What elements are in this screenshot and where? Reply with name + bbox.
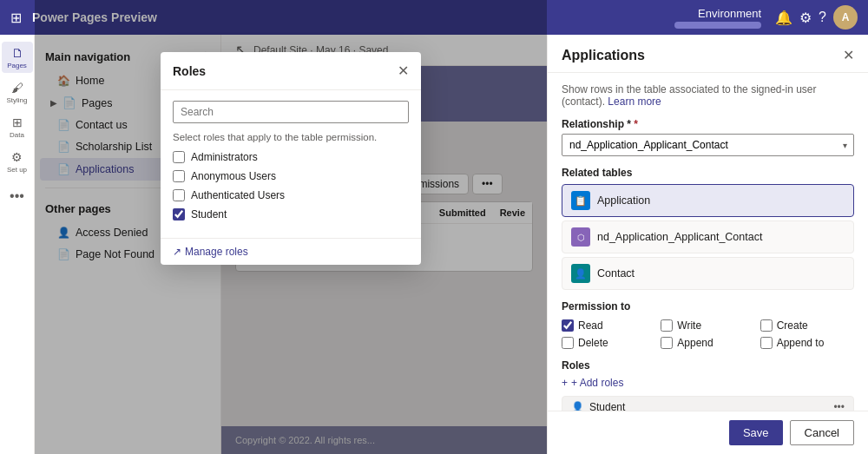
panel-body: Show rows in the table associated to the… bbox=[548, 73, 868, 411]
permission-section: Permission to Read Write Create bbox=[562, 300, 854, 349]
styling-label: Styling bbox=[6, 96, 27, 104]
related-table-contact[interactable]: 👤 Contact bbox=[562, 257, 854, 290]
pages-label: Pages bbox=[7, 62, 27, 69]
sidebar-item-more[interactable]: ••• bbox=[2, 181, 33, 212]
data-label: Data bbox=[10, 131, 24, 139]
perm-create[interactable]: Create bbox=[760, 319, 854, 332]
application-table-label: Application bbox=[597, 194, 650, 207]
add-roles-label: + Add roles bbox=[571, 377, 623, 389]
environment-label: Environment bbox=[698, 7, 761, 20]
perm-delete[interactable]: Delete bbox=[562, 337, 655, 349]
application-table-icon: 📋 bbox=[571, 191, 590, 210]
role-chip-left: 👤 Student bbox=[571, 401, 625, 411]
add-roles-button[interactable]: + + Add roles bbox=[562, 377, 623, 389]
manage-roles-icon: ↗ bbox=[173, 246, 181, 258]
modal-description: Select roles that apply to the table per… bbox=[173, 132, 409, 142]
panel-title: Applications bbox=[562, 48, 645, 63]
contact-table-icon: 👤 bbox=[571, 264, 590, 283]
modal-body: Select roles that apply to the table per… bbox=[161, 90, 421, 238]
avatar[interactable]: A bbox=[833, 5, 858, 30]
add-icon: + bbox=[562, 377, 568, 389]
role-option-authenticated[interactable]: Authenticated Users bbox=[173, 189, 409, 201]
manage-roles-label: Manage roles bbox=[185, 246, 248, 258]
anonymous-checkbox[interactable] bbox=[173, 170, 185, 182]
environment-bar bbox=[674, 22, 761, 29]
right-panel: Applications ✕ Show rows in the table as… bbox=[547, 35, 868, 454]
role-chip-more-icon[interactable]: ••• bbox=[833, 401, 845, 411]
sidebar-item-setup[interactable]: ⚙ Set up bbox=[2, 146, 33, 177]
nd-app-table-label: nd_Application_Applicant_Contact bbox=[597, 231, 762, 243]
perm-read-label: Read bbox=[578, 319, 603, 332]
perm-append-to-label: Append to bbox=[777, 337, 825, 349]
perm-append[interactable]: Append bbox=[661, 337, 754, 349]
modal-footer: ↗ Manage roles bbox=[161, 238, 421, 265]
related-tables-label: Related tables bbox=[562, 167, 854, 179]
contact-table-label: Contact bbox=[597, 267, 635, 280]
bell-icon[interactable]: 🔔 bbox=[775, 10, 792, 26]
nd-app-table-icon: ⬡ bbox=[571, 227, 590, 247]
anonymous-label: Anonymous Users bbox=[191, 170, 276, 182]
learn-more-link[interactable]: Learn more bbox=[608, 95, 661, 108]
perm-append-to[interactable]: Append to bbox=[760, 337, 854, 349]
student-option-label: Student bbox=[191, 208, 227, 220]
setup-icon: ⚙ bbox=[11, 150, 23, 164]
perm-read[interactable]: Read bbox=[562, 319, 655, 332]
sidebar-item-styling[interactable]: 🖌 Styling bbox=[2, 76, 33, 108]
role-option-anonymous[interactable]: Anonymous Users bbox=[173, 170, 409, 182]
manage-roles-link[interactable]: ↗ Manage roles bbox=[173, 246, 409, 258]
sidebar-item-data[interactable]: ⊞ Data bbox=[2, 111, 33, 142]
roles-modal: Roles ✕ Select roles that apply to the t… bbox=[161, 52, 421, 265]
save-button[interactable]: Save bbox=[729, 420, 783, 445]
gear-icon[interactable]: ⚙ bbox=[799, 10, 812, 26]
pages-icon: 🗋 bbox=[11, 46, 23, 60]
student-role-icon: 👤 bbox=[571, 401, 584, 411]
student-checkbox[interactable] bbox=[173, 208, 185, 220]
authenticated-label: Authenticated Users bbox=[191, 189, 285, 201]
related-table-application[interactable]: 📋 Application bbox=[562, 184, 854, 217]
grid-icon: ⊞ bbox=[10, 10, 22, 26]
permissions-grid: Read Write Create Delete bbox=[562, 319, 854, 349]
authenticated-checkbox[interactable] bbox=[173, 189, 185, 201]
perm-append-label: Append bbox=[677, 337, 713, 349]
help-icon[interactable]: ? bbox=[819, 10, 826, 25]
perm-write-label: Write bbox=[677, 319, 701, 332]
perm-append-checkbox[interactable] bbox=[661, 337, 673, 349]
relationship-label: Relationship * bbox=[562, 118, 854, 130]
modal-header: Roles ✕ bbox=[161, 52, 421, 90]
related-table-nd-app[interactable]: ⬡ nd_Application_Applicant_Contact bbox=[562, 220, 854, 253]
panel-header: Applications ✕ bbox=[548, 35, 868, 73]
perm-create-label: Create bbox=[777, 319, 808, 332]
perm-create-checkbox[interactable] bbox=[760, 319, 773, 332]
roles-modal-overlay: Roles ✕ Select roles that apply to the t… bbox=[35, 0, 547, 454]
styling-icon: 🖌 bbox=[11, 81, 23, 95]
roles-title: Roles bbox=[562, 359, 854, 372]
roles-search-input[interactable] bbox=[173, 101, 409, 123]
environment-info: Environment bbox=[674, 7, 761, 29]
student-role-label: Student bbox=[589, 401, 625, 411]
setup-label: Set up bbox=[7, 166, 27, 174]
perm-delete-checkbox[interactable] bbox=[562, 337, 574, 349]
data-icon: ⊞ bbox=[12, 115, 23, 129]
roles-section: Roles + + Add roles 👤 Student ••• bbox=[562, 359, 854, 411]
modal-close-button[interactable]: ✕ bbox=[398, 63, 409, 79]
perm-delete-label: Delete bbox=[578, 337, 608, 349]
perm-append-to-checkbox[interactable] bbox=[760, 337, 773, 349]
modal-title: Roles bbox=[173, 64, 206, 78]
icon-bar: 🗋 Pages 🖌 Styling ⊞ Data ⚙ Set up ••• bbox=[0, 35, 35, 454]
role-student-chip: 👤 Student ••• bbox=[562, 396, 854, 411]
sidebar-item-pages[interactable]: 🗋 Pages bbox=[2, 42, 33, 73]
panel-description: Show rows in the table associated to the… bbox=[562, 83, 854, 108]
relationship-select[interactable]: nd_Application_Applicant_Contact bbox=[562, 134, 854, 156]
panel-footer: Save Cancel bbox=[548, 411, 868, 454]
permission-to-label: Permission to bbox=[562, 300, 854, 313]
administrators-label: Administrators bbox=[191, 151, 258, 163]
perm-write[interactable]: Write bbox=[661, 319, 754, 332]
relationship-select-wrapper: nd_Application_Applicant_Contact ▾ bbox=[562, 134, 854, 156]
role-option-administrators[interactable]: Administrators bbox=[173, 151, 409, 163]
panel-close-button[interactable]: ✕ bbox=[843, 47, 854, 63]
administrators-checkbox[interactable] bbox=[173, 151, 185, 163]
role-option-student[interactable]: Student bbox=[173, 208, 409, 220]
cancel-button[interactable]: Cancel bbox=[790, 420, 854, 445]
perm-write-checkbox[interactable] bbox=[661, 319, 673, 332]
perm-read-checkbox[interactable] bbox=[562, 319, 574, 332]
